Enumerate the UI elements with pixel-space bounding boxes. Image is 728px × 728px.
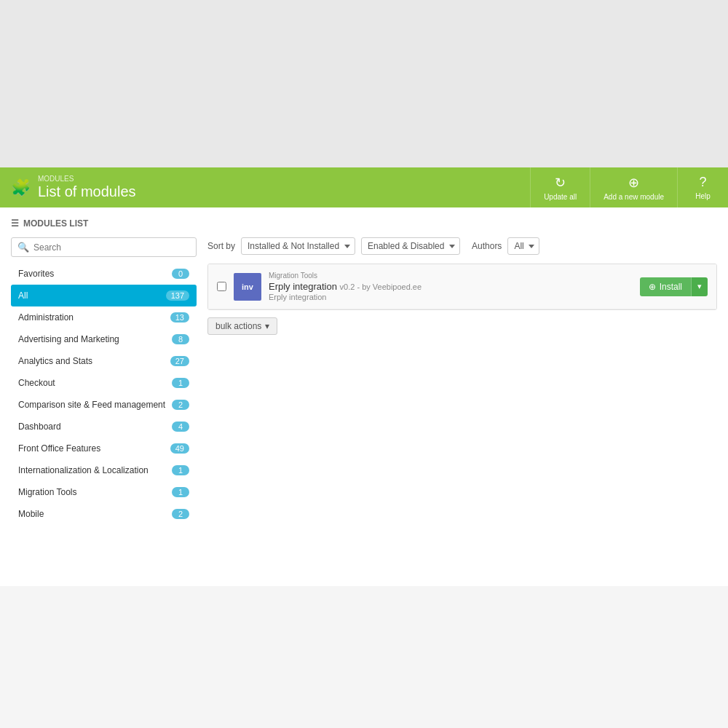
- install-dropdown-button[interactable]: ▾: [691, 277, 708, 296]
- add-module-label: Add a new module: [604, 193, 664, 201]
- sidebar-item-dashboard[interactable]: Dashboard 4: [11, 416, 197, 438]
- header-bar: 🧩 MODULES List of modules ↻ Update all ⊕…: [0, 167, 728, 207]
- module-items: inv Migration Tools Erply integration v0…: [208, 264, 716, 309]
- help-button[interactable]: ? Help: [677, 167, 728, 207]
- sidebar-item-i18n[interactable]: Internationalization & Localization 1: [11, 459, 197, 481]
- sidebar-item-badge: 49: [170, 443, 189, 454]
- sidebar-item-badge: 0: [172, 269, 189, 279]
- add-module-button[interactable]: ⊕ Add a new module: [590, 167, 677, 207]
- sidebar-item-badge: 13: [170, 312, 189, 323]
- install-btn-group: ⊕ Install ▾: [640, 277, 708, 296]
- sidebar-item-label: Comparison site & Feed management: [18, 400, 172, 410]
- add-icon: ⊕: [628, 175, 639, 191]
- module-list: inv Migration Tools Erply integration v0…: [207, 264, 717, 310]
- module-area: Sort by Installed & Not Installed Enable…: [207, 237, 717, 525]
- sidebar-item-label: Administration: [18, 312, 170, 323]
- update-icon: ↻: [555, 175, 566, 191]
- install-plus-icon: ⊕: [649, 282, 656, 292]
- sidebar-item-badge: 1: [172, 487, 189, 497]
- sidebar-item-analytics[interactable]: Analytics and Stats 27: [11, 350, 197, 372]
- content-layout: 🔍 Favorites 0 All 137 Administration 13 …: [11, 237, 717, 525]
- bulk-actions-button[interactable]: bulk actions ▾: [207, 317, 277, 335]
- search-input[interactable]: [33, 242, 190, 253]
- sidebar-item-front-office[interactable]: Front Office Features 49: [11, 438, 197, 459]
- sidebar-item-favorites[interactable]: Favorites 0: [11, 263, 197, 285]
- module-logo: inv: [234, 273, 261, 301]
- sidebar-item-label: Dashboard: [18, 422, 172, 432]
- modules-label: MODULES: [38, 175, 136, 183]
- sidebar-item-label: Advertising and Marketing: [18, 334, 172, 344]
- sidebar-item-label: Checkout: [18, 378, 172, 388]
- sidebar-item-label: Front Office Features: [18, 443, 170, 454]
- sidebar-item-administration[interactable]: Administration 13: [11, 306, 197, 328]
- bulk-actions-chevron: ▾: [265, 321, 269, 331]
- authors-select[interactable]: All: [507, 237, 539, 255]
- update-all-button[interactable]: ↻ Update all: [530, 167, 590, 207]
- module-item: inv Migration Tools Erply integration v0…: [208, 264, 716, 309]
- sidebar-item-badge: 4: [172, 422, 189, 432]
- sidebar-item-label: All: [18, 290, 166, 301]
- module-category: Migration Tools: [269, 272, 633, 280]
- status-select[interactable]: Enabled & Disabled: [361, 237, 460, 255]
- top-gray-area: [0, 0, 728, 167]
- search-box[interactable]: 🔍: [11, 237, 197, 257]
- puzzle-icon: 🧩: [11, 178, 31, 197]
- sidebar-item-label: Migration Tools: [18, 487, 172, 497]
- help-icon: ?: [699, 175, 706, 190]
- bulk-actions-label: bulk actions: [215, 321, 261, 331]
- sidebar: 🔍 Favorites 0 All 137 Administration 13 …: [11, 237, 197, 525]
- sidebar-item-badge: 2: [172, 509, 189, 519]
- sidebar-item-badge: 137: [166, 290, 189, 301]
- page-title: List of modules: [38, 183, 136, 199]
- sidebar-item-all[interactable]: All 137: [11, 285, 197, 306]
- sidebar-item-label: Favorites: [18, 269, 172, 279]
- authors-label: Authors: [472, 241, 502, 251]
- sidebar-item-badge: 2: [172, 400, 189, 410]
- modules-list-header: ☰ MODULES LIST: [11, 218, 717, 229]
- sidebar-item-badge: 27: [170, 356, 189, 366]
- sidebar-item-advertising[interactable]: Advertising and Marketing 8: [11, 328, 197, 350]
- help-label: Help: [695, 192, 711, 200]
- filters-row: Sort by Installed & Not Installed Enable…: [207, 237, 717, 255]
- header-actions: ↻ Update all ⊕ Add a new module ? Help: [530, 167, 728, 207]
- install-label: Install: [660, 282, 682, 292]
- module-checkbox[interactable]: [217, 282, 226, 291]
- sidebar-item-label: Mobile: [18, 509, 172, 519]
- module-name: Erply integration v0.2 - by Veebipoed.ee: [269, 281, 633, 292]
- sidebar-item-badge: 1: [172, 465, 189, 475]
- sidebar-item-badge: 1: [172, 378, 189, 388]
- module-description: Erply integration: [269, 293, 633, 301]
- sort-select[interactable]: Installed & Not Installed: [241, 237, 355, 255]
- search-icon: 🔍: [17, 242, 29, 253]
- title-area: MODULES List of modules: [38, 175, 136, 200]
- sidebar-items: Favorites 0 All 137 Administration 13 Ad…: [11, 263, 197, 525]
- sidebar-item-comparison[interactable]: Comparison site & Feed management 2: [11, 394, 197, 416]
- sidebar-item-checkout[interactable]: Checkout 1: [11, 372, 197, 394]
- list-icon: ☰: [11, 218, 19, 229]
- sidebar-item-badge: 8: [172, 334, 189, 344]
- sort-label: Sort by: [207, 241, 235, 251]
- sidebar-item-mobile[interactable]: Mobile 2: [11, 503, 197, 525]
- main-content: ☰ MODULES LIST 🔍 Favorites 0 All 137 Adm…: [0, 207, 728, 586]
- update-all-label: Update all: [544, 193, 577, 201]
- module-info: Migration Tools Erply integration v0.2 -…: [269, 272, 633, 301]
- sidebar-item-label: Internationalization & Localization: [18, 465, 172, 475]
- module-version: v0.2 - by Veebipoed.ee: [340, 282, 422, 291]
- sidebar-item-migration[interactable]: Migration Tools 1: [11, 481, 197, 503]
- install-button[interactable]: ⊕ Install: [640, 277, 691, 296]
- bulk-actions: bulk actions ▾: [207, 317, 717, 335]
- sidebar-item-label: Analytics and Stats: [18, 356, 170, 366]
